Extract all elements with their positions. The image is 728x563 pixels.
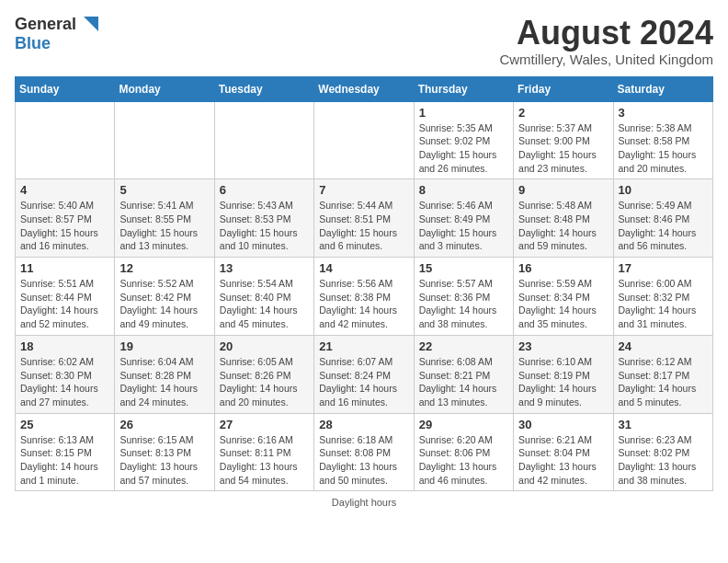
day-number: 30 [518, 418, 608, 431]
page-header: General Blue August 2024 Cwmtillery, Wal… [15, 15, 713, 67]
day-number: 1 [419, 106, 508, 120]
calendar-cell: 9Sunrise: 5:48 AMSunset: 8:48 PMDaylight… [514, 179, 613, 258]
day-info: Sunrise: 5:38 AMSunset: 8:58 PMDaylight:… [619, 121, 708, 176]
day-number: 28 [319, 418, 408, 431]
calendar-cell [214, 101, 313, 179]
day-info: Sunrise: 6:23 AMSunset: 8:02 PMDaylight:… [619, 433, 708, 488]
weekday-header: Sunday [16, 76, 115, 101]
day-number: 31 [619, 418, 708, 431]
day-info: Sunrise: 5:48 AMSunset: 8:48 PMDaylight:… [518, 199, 608, 253]
weekday-header: Thursday [414, 76, 513, 101]
day-number: 23 [518, 339, 608, 353]
day-number: 22 [419, 339, 508, 353]
calendar-cell: 3Sunrise: 5:38 AMSunset: 8:58 PMDaylight… [613, 101, 712, 179]
svg-marker-0 [84, 17, 98, 31]
day-number: 6 [220, 183, 309, 197]
day-number: 12 [119, 261, 209, 275]
day-number: 29 [419, 418, 508, 431]
calendar: SundayMondayTuesdayWednesdayThursdayFrid… [15, 76, 713, 492]
logo-blue: Blue [15, 34, 51, 52]
calendar-week-row: 1Sunrise: 5:35 AMSunset: 9:02 PMDaylight… [16, 101, 713, 179]
day-info: Sunrise: 5:43 AMSunset: 8:53 PMDaylight:… [220, 199, 309, 253]
day-number: 24 [619, 339, 708, 353]
day-number: 10 [619, 183, 708, 197]
day-info: Sunrise: 5:59 AMSunset: 8:34 PMDaylight:… [518, 277, 608, 331]
calendar-cell: 10Sunrise: 5:49 AMSunset: 8:46 PMDayligh… [613, 179, 712, 258]
day-info: Sunrise: 6:16 AMSunset: 8:11 PMDaylight:… [220, 433, 309, 488]
logo-general: General [15, 15, 76, 34]
calendar-cell: 16Sunrise: 5:59 AMSunset: 8:34 PMDayligh… [514, 258, 613, 336]
logo-icon [78, 17, 98, 31]
calendar-cell: 19Sunrise: 6:04 AMSunset: 8:28 PMDayligh… [115, 335, 214, 413]
day-number: 7 [319, 183, 408, 197]
weekday-header: Saturday [613, 76, 712, 101]
weekday-header-row: SundayMondayTuesdayWednesdayThursdayFrid… [16, 76, 713, 101]
calendar-cell: 22Sunrise: 6:08 AMSunset: 8:21 PMDayligh… [414, 335, 513, 413]
day-info: Sunrise: 6:07 AMSunset: 8:24 PMDaylight:… [319, 355, 408, 409]
logo: General Blue [15, 15, 98, 53]
day-info: Sunrise: 6:02 AMSunset: 8:30 PMDaylight:… [20, 355, 109, 409]
calendar-week-row: 18Sunrise: 6:02 AMSunset: 8:30 PMDayligh… [16, 335, 713, 413]
calendar-cell: 18Sunrise: 6:02 AMSunset: 8:30 PMDayligh… [16, 335, 115, 413]
day-number: 2 [518, 106, 608, 120]
calendar-cell: 23Sunrise: 6:10 AMSunset: 8:19 PMDayligh… [514, 335, 613, 413]
day-info: Sunrise: 5:57 AMSunset: 8:36 PMDaylight:… [419, 277, 508, 331]
calendar-cell: 20Sunrise: 6:05 AMSunset: 8:26 PMDayligh… [214, 335, 313, 413]
day-info: Sunrise: 6:05 AMSunset: 8:26 PMDaylight:… [220, 355, 309, 409]
day-number: 15 [419, 261, 508, 275]
calendar-cell: 7Sunrise: 5:44 AMSunset: 8:51 PMDaylight… [314, 179, 414, 258]
day-info: Sunrise: 5:40 AMSunset: 8:57 PMDaylight:… [20, 199, 109, 253]
day-number: 5 [119, 183, 209, 197]
calendar-cell: 26Sunrise: 6:15 AMSunset: 8:13 PMDayligh… [115, 413, 214, 491]
calendar-cell: 2Sunrise: 5:37 AMSunset: 9:00 PMDaylight… [514, 101, 613, 179]
day-number: 19 [119, 339, 209, 353]
day-info: Sunrise: 5:54 AMSunset: 8:40 PMDaylight:… [220, 277, 309, 331]
day-info: Sunrise: 5:46 AMSunset: 8:49 PMDaylight:… [419, 199, 508, 253]
calendar-cell: 8Sunrise: 5:46 AMSunset: 8:49 PMDaylight… [414, 179, 513, 258]
day-number: 16 [518, 261, 608, 275]
calendar-week-row: 25Sunrise: 6:13 AMSunset: 8:15 PMDayligh… [16, 413, 713, 491]
calendar-cell [16, 101, 115, 179]
day-number: 9 [518, 183, 608, 197]
month-title: August 2024 [499, 15, 713, 52]
calendar-cell: 17Sunrise: 6:00 AMSunset: 8:32 PMDayligh… [613, 258, 712, 336]
day-number: 11 [20, 261, 109, 275]
calendar-cell: 27Sunrise: 6:16 AMSunset: 8:11 PMDayligh… [214, 413, 313, 491]
calendar-cell: 30Sunrise: 6:21 AMSunset: 8:04 PMDayligh… [514, 413, 613, 491]
day-number: 27 [220, 418, 309, 431]
day-info: Sunrise: 6:08 AMSunset: 8:21 PMDaylight:… [419, 355, 508, 409]
day-number: 21 [319, 339, 408, 353]
weekday-header: Wednesday [314, 76, 414, 101]
day-number: 26 [119, 418, 209, 431]
day-info: Sunrise: 6:00 AMSunset: 8:32 PMDaylight:… [619, 277, 708, 331]
day-number: 13 [220, 261, 309, 275]
calendar-cell: 12Sunrise: 5:52 AMSunset: 8:42 PMDayligh… [115, 258, 214, 336]
calendar-cell: 6Sunrise: 5:43 AMSunset: 8:53 PMDaylight… [214, 179, 313, 258]
day-info: Sunrise: 5:41 AMSunset: 8:55 PMDaylight:… [119, 199, 209, 253]
calendar-cell: 15Sunrise: 5:57 AMSunset: 8:36 PMDayligh… [414, 258, 513, 336]
day-info: Sunrise: 6:20 AMSunset: 8:06 PMDaylight:… [419, 433, 508, 488]
calendar-cell: 28Sunrise: 6:18 AMSunset: 8:08 PMDayligh… [314, 413, 414, 491]
day-info: Sunrise: 6:18 AMSunset: 8:08 PMDaylight:… [319, 433, 408, 488]
day-info: Sunrise: 6:15 AMSunset: 8:13 PMDaylight:… [119, 433, 209, 488]
day-info: Sunrise: 5:56 AMSunset: 8:38 PMDaylight:… [319, 277, 408, 331]
day-info: Sunrise: 6:13 AMSunset: 8:15 PMDaylight:… [20, 433, 109, 488]
day-info: Sunrise: 5:35 AMSunset: 9:02 PMDaylight:… [419, 121, 508, 176]
calendar-cell: 13Sunrise: 5:54 AMSunset: 8:40 PMDayligh… [214, 258, 313, 336]
calendar-cell [115, 101, 214, 179]
footer-note: Daylight hours [15, 497, 713, 508]
calendar-cell: 24Sunrise: 6:12 AMSunset: 8:17 PMDayligh… [613, 335, 712, 413]
calendar-week-row: 4Sunrise: 5:40 AMSunset: 8:57 PMDaylight… [16, 179, 713, 258]
calendar-cell: 25Sunrise: 6:13 AMSunset: 8:15 PMDayligh… [16, 413, 115, 491]
day-number: 14 [319, 261, 408, 275]
day-number: 17 [619, 261, 708, 275]
day-number: 20 [220, 339, 309, 353]
calendar-week-row: 11Sunrise: 5:51 AMSunset: 8:44 PMDayligh… [16, 258, 713, 336]
calendar-cell: 4Sunrise: 5:40 AMSunset: 8:57 PMDaylight… [16, 179, 115, 258]
calendar-cell: 11Sunrise: 5:51 AMSunset: 8:44 PMDayligh… [16, 258, 115, 336]
day-number: 18 [20, 339, 109, 353]
day-info: Sunrise: 5:37 AMSunset: 9:00 PMDaylight:… [518, 121, 608, 176]
calendar-cell: 21Sunrise: 6:07 AMSunset: 8:24 PMDayligh… [314, 335, 414, 413]
calendar-cell: 5Sunrise: 5:41 AMSunset: 8:55 PMDaylight… [115, 179, 214, 258]
day-number: 25 [20, 418, 109, 431]
